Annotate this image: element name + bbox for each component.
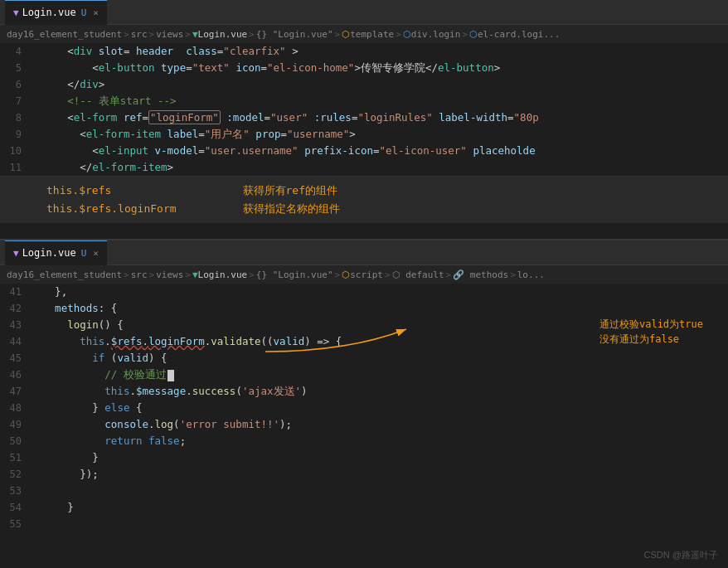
bottom-breadcrumb: day16_element_student > src > views > ▼ … bbox=[0, 265, 728, 284]
annotation-line1: this.$refs bbox=[46, 182, 177, 200]
bottom-line-49: 49 console.log('error submit!!'); bbox=[0, 416, 728, 433]
top-tab-label: Login.vue bbox=[22, 7, 76, 18]
top-tab-bar: ▼ Login.vue U × bbox=[0, 0, 728, 25]
bottom-tab-login-vue[interactable]: ▼ Login.vue U × bbox=[5, 240, 107, 265]
top-breadcrumb: day16_element_student > src > views > ▼ … bbox=[0, 25, 728, 43]
top-code-area: 4 <div slot= header class="clearfix" > 5… bbox=[0, 43, 728, 176]
bottom-vue-indicator: ▼ bbox=[13, 248, 19, 259]
right-annotation-line1: 通过校验valid为true bbox=[599, 317, 703, 332]
bottom-line-50: 50 return false; bbox=[0, 433, 728, 449]
annotation-line2: this.$refs.loginForm bbox=[46, 200, 177, 218]
watermark: CSDN @路遥叶子 bbox=[644, 549, 718, 561]
vue-indicator: ▼ bbox=[13, 7, 19, 18]
bottom-tab-status: U bbox=[81, 248, 87, 259]
top-tab-login-vue[interactable]: ▼ Login.vue U × bbox=[5, 0, 107, 25]
bottom-line-48: 48 } else { bbox=[0, 400, 728, 416]
annotation-note1: 获得所有ref的组件 bbox=[243, 182, 340, 200]
top-tab-close[interactable]: × bbox=[93, 7, 99, 18]
bottom-line-45: 45 if (valid) { bbox=[0, 350, 728, 367]
bottom-tab-close[interactable]: × bbox=[93, 248, 99, 259]
code-line-7: 7 <!-- 表单start --> bbox=[0, 93, 728, 109]
code-line-11: 11 </el-form-item> bbox=[0, 159, 728, 176]
bottom-tab-label: Login.vue bbox=[22, 247, 76, 259]
bottom-line-55: 55 bbox=[0, 516, 728, 532]
bottom-line-51: 51 } bbox=[0, 449, 728, 466]
bottom-line-42: 42 methods: { bbox=[0, 300, 728, 317]
bottom-line-41: 41 }, bbox=[0, 284, 728, 300]
code-line-10: 10 <el-input v-model="user.username" pre… bbox=[0, 143, 728, 159]
top-annotation-block: this.$refs this.$refs.loginForm 获得所有ref的… bbox=[0, 176, 728, 223]
bottom-code-area: 41 }, 42 methods: { 43 login() { 44 this… bbox=[0, 284, 728, 532]
bottom-line-53: 53 bbox=[0, 483, 728, 499]
code-line-6: 6 </div> bbox=[0, 76, 728, 93]
code-line-5: 5 <el-button type="text" icon="el-icon-h… bbox=[0, 60, 728, 76]
top-tab-status: U bbox=[81, 7, 87, 18]
code-line-4: 4 <div slot= header class="clearfix" > bbox=[0, 43, 728, 60]
bottom-line-46: 46 // 校验通过 bbox=[0, 367, 728, 383]
code-line-8: 8 <el-form ref="loginForm" :model="user"… bbox=[0, 109, 728, 126]
right-annotation: 通过校验valid为true 没有通过为false bbox=[599, 317, 703, 347]
bottom-tab-bar: ▼ Login.vue U × bbox=[0, 240, 728, 265]
annotation-note2: 获得指定名称的组件 bbox=[243, 200, 340, 218]
bottom-line-47: 47 this.$message.success('ajax发送') bbox=[0, 383, 728, 400]
code-line-9: 9 <el-form-item label="用户名" prop="userna… bbox=[0, 126, 728, 143]
right-annotation-line2: 没有通过为false bbox=[599, 332, 703, 347]
bottom-line-54: 54 } bbox=[0, 499, 728, 516]
bottom-line-52: 52 }); bbox=[0, 466, 728, 483]
